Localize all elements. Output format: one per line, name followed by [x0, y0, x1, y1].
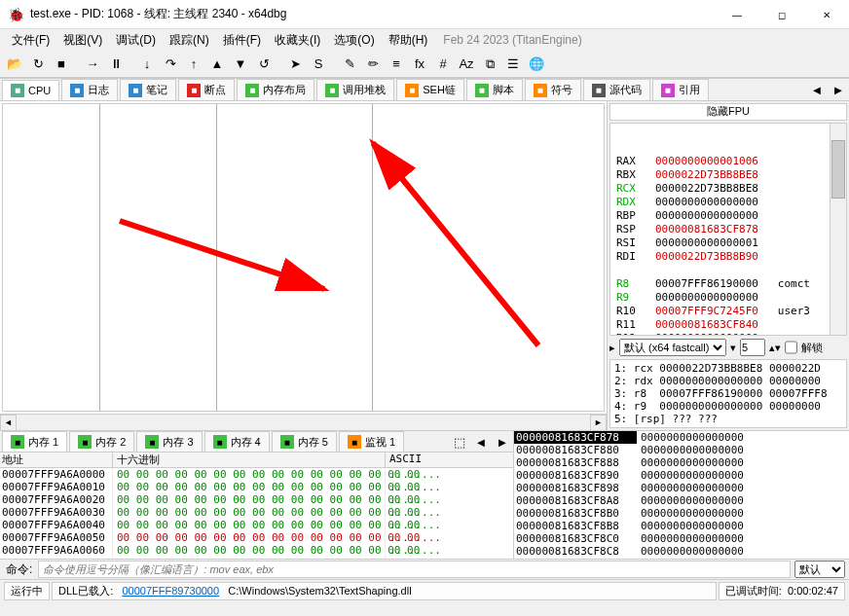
- tab-log[interactable]: ■日志: [61, 79, 118, 100]
- argcount-input[interactable]: [740, 339, 765, 356]
- reg-value[interactable]: 0000000000001006: [655, 155, 758, 167]
- dump-bin-icon[interactable]: ⬚: [449, 431, 470, 453]
- tab-bp[interactable]: ■断点: [178, 79, 235, 100]
- reg-value[interactable]: 0000000000000001: [655, 236, 758, 249]
- dump-row[interactable]: 00007FFF9A6A005000 00 00 00 00 00 00 00 …: [0, 531, 513, 544]
- arrow-right-button[interactable]: →: [82, 54, 103, 75]
- reg-value[interactable]: 0000000000000000: [655, 332, 758, 336]
- stack-view[interactable]: 00000081683CF878000000000000000000000081…: [514, 431, 849, 559]
- dump-tab[interactable]: ■内存 4: [204, 431, 270, 452]
- tab-note[interactable]: ■笔记: [120, 79, 176, 100]
- stack-row[interactable]: 00000081683CF8880000000000000000: [514, 456, 849, 469]
- menu-item[interactable]: 选项(O): [328, 30, 380, 51]
- globe-button[interactable]: 🌐: [526, 54, 547, 75]
- stack-row[interactable]: 00000081683CF8780000000000000000: [514, 431, 849, 444]
- dump-tab[interactable]: ■内存 2: [69, 431, 134, 452]
- hex-button[interactable]: ≡: [386, 54, 407, 75]
- reg-value[interactable]: 0000022D73BB8BE8: [655, 168, 758, 181]
- stack-row[interactable]: 00000081683CF8980000000000000000: [514, 482, 849, 494]
- stop-button[interactable]: ■: [51, 54, 72, 75]
- dump-tab[interactable]: ■内存 5: [272, 431, 337, 452]
- dump-row[interactable]: 00007FFF9A6A002000 00 00 00 00 00 00 00 …: [0, 493, 513, 506]
- menu-item[interactable]: 跟踪(N): [164, 30, 215, 51]
- stack-row[interactable]: 00000081683CF8C00000000000000000: [514, 532, 849, 545]
- refresh-button[interactable]: ↻: [27, 54, 49, 75]
- dump-row[interactable]: 00007FFF9A6A000000 00 00 00 00 00 00 00 …: [0, 468, 513, 481]
- stack-row[interactable]: 00000081683CF8C80000000000000000: [514, 545, 849, 558]
- dump-row[interactable]: 00007FFF9A6A003000 00 00 00 00 00 00 00 …: [0, 506, 513, 519]
- up-button[interactable]: ▲: [206, 54, 228, 75]
- reg-value[interactable]: 0000000000000000: [655, 196, 758, 208]
- tab-stack[interactable]: ■调用堆栈: [316, 79, 394, 100]
- maximize-button[interactable]: ◻: [759, 0, 804, 29]
- dump-col-ascii[interactable]: ASCII: [386, 453, 422, 467]
- tab-script[interactable]: ■脚本: [466, 79, 523, 100]
- copy-button[interactable]: ⧉: [479, 54, 500, 75]
- Az-button[interactable]: Az: [456, 54, 477, 75]
- dump-row[interactable]: 00007FFF9A6A004000 00 00 00 00 00 00 00 …: [0, 519, 513, 531]
- patch-button[interactable]: ✎: [339, 54, 360, 75]
- paint-button[interactable]: ✏: [362, 54, 384, 75]
- hide-fpu-button[interactable]: 隐藏FPU: [609, 103, 847, 121]
- close-button[interactable]: ✕: [804, 0, 849, 29]
- stack-row[interactable]: 00000081683CF8A80000000000000000: [514, 494, 849, 507]
- step-out-button[interactable]: ↑: [183, 54, 204, 75]
- dump-view[interactable]: 00007FFF9A6A000000 00 00 00 00 00 00 00 …: [0, 468, 513, 559]
- dump-row[interactable]: 00007FFF9A6A006000 00 00 00 00 00 00 00 …: [0, 544, 513, 557]
- registers-view[interactable]: RAX0000000000001006RBX0000022D73BB8BE8RC…: [609, 123, 847, 336]
- menu-item[interactable]: 收藏夹(I): [269, 30, 326, 51]
- menu-item[interactable]: 插件(F): [217, 30, 267, 51]
- command-mode-select[interactable]: 默认: [794, 561, 845, 578]
- tab-seh[interactable]: ■SEH链: [396, 79, 464, 100]
- tab-ref[interactable]: ■引用: [652, 79, 709, 100]
- step-over-button[interactable]: ↷: [160, 54, 181, 75]
- list-button[interactable]: ☰: [502, 54, 524, 75]
- command-input[interactable]: [38, 561, 791, 578]
- reg-value[interactable]: 00007FFF86190000: [655, 277, 758, 290]
- args-view[interactable]: 1: rcx 0000022D73BB8BE8 0000022D2: rdx 0…: [609, 359, 847, 428]
- reg-value[interactable]: 00000081683CF878: [655, 223, 758, 236]
- tab-src[interactable]: ■源代码: [583, 79, 650, 100]
- tab-sym[interactable]: ■符号: [525, 79, 581, 100]
- down-button[interactable]: ▼: [230, 54, 251, 75]
- regs-vscroll[interactable]: [830, 124, 846, 335]
- dump-row[interactable]: 00007FFF9A6A007000 00 00 00 00 00 00 00 …: [0, 557, 513, 559]
- redo-button[interactable]: ↺: [253, 54, 275, 75]
- hash-button[interactable]: #: [432, 54, 454, 75]
- menu-item[interactable]: 帮助(H): [383, 30, 434, 51]
- tabs-next-button[interactable]: ►: [828, 79, 849, 100]
- reg-value[interactable]: 00000081683CF840: [655, 318, 758, 331]
- fx-button[interactable]: fx: [409, 54, 430, 75]
- dump-tab[interactable]: ■内存 1: [2, 431, 67, 452]
- script-button[interactable]: S: [308, 54, 329, 75]
- folder-button[interactable]: 📂: [4, 54, 25, 75]
- dump-row[interactable]: 00007FFF9A6A001000 00 00 00 00 00 00 00 …: [0, 481, 513, 493]
- menu-item[interactable]: 文件(F): [6, 30, 55, 51]
- reg-value[interactable]: 00007FFF9C7245F0: [655, 305, 758, 317]
- dump-tab[interactable]: ■内存 3: [136, 431, 202, 452]
- reg-value[interactable]: 0000022D73BB8BE8: [655, 182, 758, 195]
- status-dll-addr[interactable]: 00007FFF89730000: [122, 585, 219, 597]
- stack-row[interactable]: 00000081683CF8900000000000000000: [514, 469, 849, 482]
- reg-value[interactable]: 0000022D73BB8B90: [655, 250, 758, 263]
- dump-col-hex[interactable]: 十六进制: [113, 453, 386, 467]
- callconv-select[interactable]: 默认 (x64 fastcall): [619, 339, 726, 356]
- run-to-button[interactable]: ➤: [284, 54, 306, 75]
- tabs-prev-button[interactable]: ◄: [806, 79, 828, 100]
- disassembly-view[interactable]: [2, 103, 605, 412]
- menu-item[interactable]: 视图(V): [57, 30, 108, 51]
- menu-item[interactable]: 调试(D): [110, 30, 162, 51]
- disasm-hscroll[interactable]: ◄►: [0, 414, 607, 430]
- minimize-button[interactable]: —: [715, 0, 759, 29]
- dump-tab[interactable]: ■监视 1: [339, 431, 404, 452]
- step-into-button[interactable]: ↓: [136, 54, 158, 75]
- stack-row[interactable]: 00000081683CF8B00000000000000000: [514, 507, 849, 520]
- reg-value[interactable]: 0000000000000000: [655, 209, 758, 222]
- stack-row[interactable]: 00000081683CF8B80000000000000000: [514, 520, 849, 532]
- pause-button[interactable]: ⏸: [105, 54, 127, 75]
- unlock-checkbox[interactable]: [785, 339, 797, 356]
- stack-row[interactable]: 00000081683CF8800000000000000000: [514, 444, 849, 456]
- reg-value[interactable]: 0000000000000000: [655, 291, 758, 304]
- tab-mem[interactable]: ■内存布局: [237, 79, 314, 100]
- tab-cpu[interactable]: ■CPU: [2, 80, 59, 100]
